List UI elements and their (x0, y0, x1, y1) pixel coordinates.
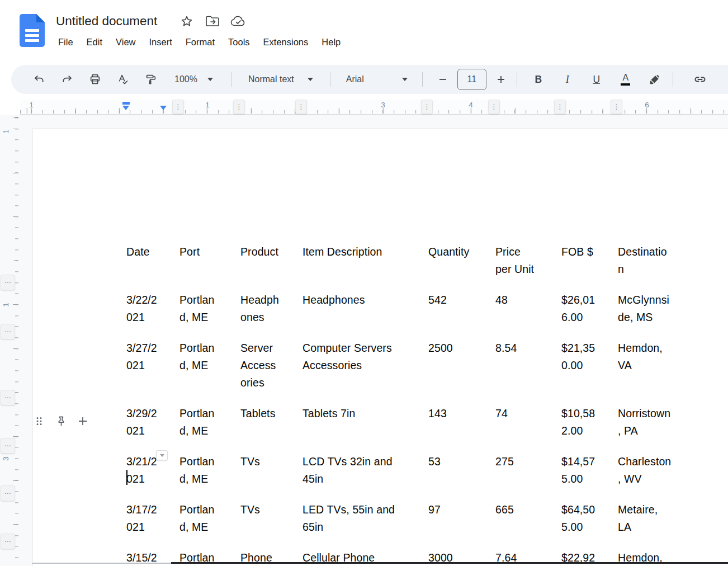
menu-edit[interactable]: Edit (80, 34, 109, 50)
table-header-cell[interactable]: Item Description (295, 235, 421, 283)
undo-button[interactable] (29, 69, 49, 89)
spelling-check-button[interactable] (113, 69, 133, 89)
row-resize-handle[interactable]: ⋯ (1, 275, 15, 290)
redo-button[interactable] (57, 69, 77, 89)
text-color-button[interactable]: A (616, 69, 636, 89)
column-resize-handle[interactable]: ⋮ (611, 100, 622, 114)
row-resize-handle[interactable]: ⋯ (1, 438, 15, 454)
table-cell[interactable]: 97 (421, 493, 488, 541)
table-cell[interactable]: Hemdon, VA (611, 331, 683, 397)
move-to-folder-icon[interactable] (204, 13, 221, 30)
column-resize-handle[interactable]: ⋮ (421, 100, 433, 114)
table-cell[interactable]: Headphones (295, 283, 421, 331)
document-title[interactable]: Untitled document (56, 14, 157, 29)
zoom-value: 100% (174, 74, 197, 84)
column-resize-handle[interactable]: ⋮ (172, 100, 184, 114)
table-cell[interactable]: 53 (421, 445, 488, 493)
table-header-cell[interactable]: FOB $ (554, 235, 611, 283)
table-cell[interactable]: 8.54 (488, 331, 554, 397)
table-cell[interactable]: 2500 (421, 331, 488, 397)
table-cell[interactable]: Headph ones (233, 283, 295, 331)
cloud-saved-icon[interactable] (230, 13, 247, 30)
menu-bar: File Edit View Insert Format Tools Exten… (51, 34, 347, 50)
increase-font-size-button[interactable] (491, 69, 511, 89)
menu-extensions[interactable]: Extensions (257, 34, 315, 50)
table-cell[interactable]: Tablets 7in (295, 397, 421, 445)
table-cell[interactable]: McGlynnsi de, MS (611, 283, 683, 331)
menu-view[interactable]: View (109, 34, 142, 50)
table-cell[interactable]: Portlan d, ME (172, 445, 233, 493)
table-cell[interactable]: 3/17/2 021 (119, 493, 172, 541)
table-cell[interactable]: Portlan d, ME (172, 331, 233, 397)
paint-format-button[interactable] (141, 69, 161, 89)
table-cell[interactable]: 665 (488, 493, 554, 541)
column-resize-handle[interactable]: ⋮ (233, 100, 245, 114)
table-cell[interactable]: 143 (421, 397, 488, 445)
cell-dropdown-chip[interactable] (156, 450, 168, 460)
highlight-color-button[interactable] (645, 69, 665, 89)
table-cell[interactable]: $14,57 5.00 (554, 445, 611, 493)
pin-header-row-icon[interactable] (54, 414, 68, 428)
menu-insert[interactable]: Insert (143, 34, 179, 50)
table-cell[interactable]: TVs (233, 445, 295, 493)
print-button[interactable] (85, 69, 105, 89)
table-cell[interactable]: 3/27/2 021 (119, 331, 172, 397)
column-resize-handle[interactable]: ⋮ (295, 100, 307, 114)
table-cell[interactable]: $64,50 5.00 (554, 493, 611, 541)
table-header-cell[interactable]: Price per Unit (488, 235, 554, 283)
table-header-cell[interactable]: Destinatio n (611, 235, 683, 283)
menu-tools[interactable]: Tools (221, 34, 257, 50)
insert-row-icon[interactable] (76, 414, 89, 428)
table-header-cell[interactable]: Port (172, 235, 233, 283)
bold-button[interactable]: B (528, 69, 549, 89)
left-indent-marker[interactable] (122, 106, 129, 110)
menu-format[interactable]: Format (179, 34, 221, 50)
insert-link-button[interactable] (690, 69, 710, 89)
table-cell[interactable]: Portlan d, ME (172, 283, 233, 331)
table-cell[interactable]: Metaire, LA (611, 493, 683, 541)
table-cell[interactable]: $26,01 6.00 (554, 283, 611, 331)
google-docs-logo-icon[interactable] (20, 14, 45, 47)
table-cell[interactable]: LCD TVs 32in and 45in (295, 445, 421, 493)
column-resize-handle[interactable]: ⋮ (488, 100, 500, 114)
row-resize-handle[interactable]: ⋯ (1, 485, 15, 501)
table-cell[interactable]: Portlan d, ME (172, 493, 233, 541)
paragraph-style-select[interactable]: Normal text (239, 74, 322, 84)
table-cell[interactable]: 3/22/2 021 (119, 283, 172, 331)
table-cell[interactable]: Computer Servers Accessories (295, 331, 421, 397)
menu-file[interactable]: File (51, 34, 80, 50)
right-indent-marker[interactable] (160, 106, 167, 110)
drag-handle-icon[interactable] (32, 414, 46, 428)
table-cell[interactable]: TVs (233, 493, 295, 541)
table-cell[interactable]: Server Access ories (233, 331, 295, 397)
table-cell[interactable]: 275 (488, 445, 554, 493)
first-line-indent-marker[interactable] (122, 102, 130, 105)
table-cell[interactable]: $10,58 2.00 (554, 397, 611, 445)
table-cell[interactable]: 542 (421, 283, 488, 331)
table-cell[interactable]: Charleston , WV (611, 445, 683, 493)
table-cell[interactable]: Norristown , PA (611, 397, 683, 445)
table-header-cell[interactable]: Product (233, 235, 295, 283)
table-header-cell[interactable]: Date (119, 235, 172, 283)
zoom-select[interactable]: 100% (166, 74, 223, 84)
table-header-cell[interactable]: Quantity (421, 235, 488, 283)
table-cell[interactable]: 48 (488, 283, 554, 331)
table-cell[interactable]: Tablets (233, 397, 295, 445)
font-family-select[interactable]: Arial (338, 74, 415, 84)
table-cell[interactable]: Portlan d, ME (172, 397, 233, 445)
decrease-font-size-button[interactable] (433, 69, 453, 89)
table-cell[interactable]: 74 (488, 397, 554, 445)
menu-help[interactable]: Help (315, 34, 347, 50)
table-cell[interactable]: LED TVs, 55in and 65in (295, 493, 421, 541)
table-cell[interactable]: $21,35 0.00 (554, 331, 611, 397)
star-icon[interactable] (178, 13, 195, 30)
row-resize-handle[interactable]: ⋯ (1, 324, 15, 339)
table-cell[interactable]: 3/29/2 021 (119, 397, 172, 445)
column-resize-handle[interactable]: ⋮ (554, 100, 566, 114)
document-page[interactable]: DatePortProductItem DescriptionQuantityP… (32, 129, 728, 566)
underline-button[interactable]: U (587, 69, 607, 89)
row-resize-handle[interactable]: ⋯ (1, 534, 15, 549)
italic-button[interactable]: I (557, 69, 578, 89)
row-resize-handle[interactable]: ⋯ (1, 390, 15, 405)
font-size-input[interactable]: 11 (457, 69, 486, 90)
